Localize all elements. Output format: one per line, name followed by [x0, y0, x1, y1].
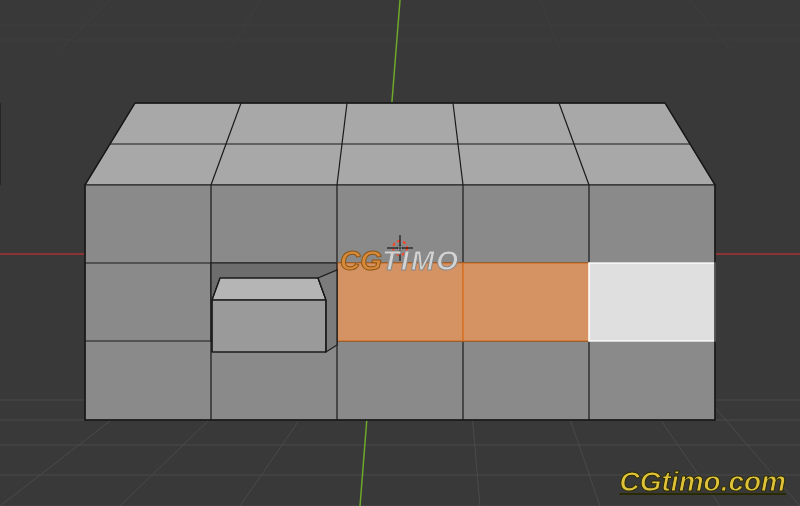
viewport-canvas[interactable] [0, 0, 800, 506]
svg-marker-31 [212, 278, 326, 300]
selected-face-1[interactable] [337, 263, 463, 341]
selected-face-2[interactable] [463, 263, 589, 341]
svg-marker-32 [212, 300, 326, 352]
mesh-object[interactable] [0, 103, 715, 420]
extruded-cube[interactable] [211, 263, 337, 352]
3d-viewport[interactable] [0, 0, 800, 506]
